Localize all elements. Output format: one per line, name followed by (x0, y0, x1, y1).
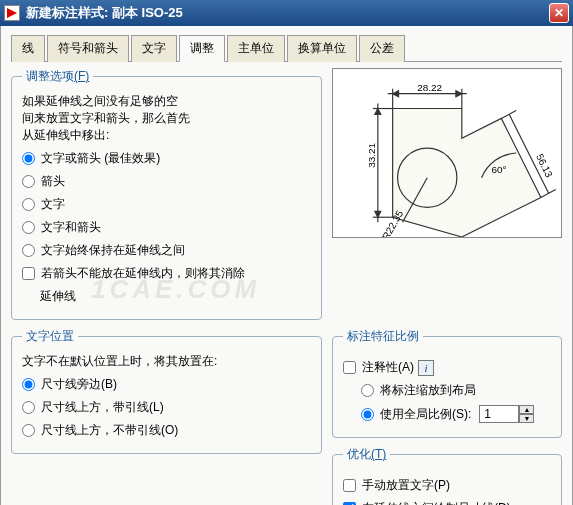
optimize-legend: 优化(T) (343, 446, 390, 463)
annotative-check[interactable] (343, 361, 356, 374)
fit-check-label: 若箭头不能放在延伸线内，则将其消除 (41, 265, 245, 282)
tab-fit[interactable]: 调整 (179, 35, 225, 62)
preview-radius: R22.35 (380, 208, 406, 237)
preview-dim-diag: 56.13 (534, 152, 555, 179)
scale-radio-layout[interactable] (361, 384, 374, 397)
text-placement-group: 文字位置 文字不在默认位置上时，将其放置在: 尺寸线旁边(B) 尺寸线上方，带引… (11, 328, 322, 454)
fit-intro-2: 间来放置文字和箭头，那么首先 (22, 110, 311, 127)
tab-symbols[interactable]: 符号和箭头 (47, 35, 129, 62)
textpos-radio-over-leader[interactable] (22, 401, 35, 414)
fit-radio-label-2: 箭头 (41, 173, 65, 190)
tab-tolerance[interactable]: 公差 (359, 35, 405, 62)
fit-radio-label-3: 文字 (41, 196, 65, 213)
scale-label-2: 使用全局比例(S): (380, 406, 471, 423)
optimize-group: 优化(T) 手动放置文字(P) 在延伸线之间绘制尺寸线(D) (332, 446, 562, 505)
scale-label-1: 将标注缩放到布局 (380, 382, 476, 399)
fit-radio-both[interactable] (22, 221, 35, 234)
fit-radio-text-or-arrows[interactable] (22, 152, 35, 165)
close-icon[interactable]: ✕ (549, 3, 569, 23)
info-icon[interactable]: i (418, 360, 434, 376)
tab-primary-units[interactable]: 主单位 (227, 35, 285, 62)
annotative-label: 注释性(A) (362, 359, 414, 376)
dimension-preview: 28.22 33.21 56.13 60° R22.35 (332, 68, 562, 238)
scale-group: 标注特征比例 注释性(A)i 将标注缩放到布局 使用全局比例(S): ▲▼ (332, 328, 562, 438)
fit-radio-text[interactable] (22, 198, 35, 211)
fit-intro-1: 如果延伸线之间没有足够的空 (22, 93, 311, 110)
tab-alt-units[interactable]: 换算单位 (287, 35, 357, 62)
tab-lines[interactable]: 线 (11, 35, 45, 62)
textpos-label-2: 尺寸线上方，带引线(L) (41, 399, 164, 416)
scale-legend: 标注特征比例 (343, 328, 423, 345)
preview-angle: 60° (491, 164, 506, 175)
fit-options-group: 调整选项(F) 如果延伸线之间没有足够的空 间来放置文字和箭头，那么首先 从延伸… (11, 68, 322, 320)
fit-radio-arrows[interactable] (22, 175, 35, 188)
text-placement-intro: 文字不在默认位置上时，将其放置在: (22, 353, 311, 370)
fit-options-legend: 调整选项(F) (22, 68, 93, 85)
manual-text-check[interactable] (343, 479, 356, 492)
tab-strip: 线 符号和箭头 文字 调整 主单位 换算单位 公差 (11, 34, 562, 62)
app-icon (4, 5, 20, 21)
svg-line-7 (501, 111, 516, 119)
scale-input[interactable] (479, 405, 519, 423)
textpos-radio-over-noleader[interactable] (22, 424, 35, 437)
tab-text[interactable]: 文字 (131, 35, 177, 62)
text-placement-legend: 文字位置 (22, 328, 78, 345)
window-title: 新建标注样式: 副本 ISO-25 (26, 4, 549, 22)
manual-text-label: 手动放置文字(P) (362, 477, 450, 494)
textpos-radio-beside[interactable] (22, 378, 35, 391)
spin-down-icon[interactable]: ▼ (519, 414, 534, 423)
scale-radio-overall[interactable] (361, 408, 374, 421)
draw-dimline-label: 在延伸线之间绘制尺寸线(D) (362, 500, 511, 505)
title-bar: 新建标注样式: 副本 ISO-25 ✕ (0, 0, 573, 26)
scale-spinner: ▲▼ (479, 405, 534, 423)
preview-dim-left: 33.21 (366, 143, 377, 168)
fit-radio-label-1: 文字或箭头 (最佳效果) (41, 150, 160, 167)
fit-radio-label-4: 文字和箭头 (41, 219, 101, 236)
fit-intro-3: 从延伸线中移出: (22, 127, 311, 144)
preview-dim-top: 28.22 (417, 82, 442, 93)
fit-suppress-arrows-check[interactable] (22, 267, 35, 280)
textpos-label-1: 尺寸线旁边(B) (41, 376, 117, 393)
textpos-label-3: 尺寸线上方，不带引线(O) (41, 422, 178, 439)
fit-check-label-2: 延伸线 (40, 288, 76, 305)
fit-radio-label-5: 文字始终保持在延伸线之间 (41, 242, 185, 259)
spin-up-icon[interactable]: ▲ (519, 405, 534, 414)
dialog-body: 线 符号和箭头 文字 调整 主单位 换算单位 公差 调整选项(F) 如果延伸线之… (0, 26, 573, 505)
fit-radio-always-inside[interactable] (22, 244, 35, 257)
